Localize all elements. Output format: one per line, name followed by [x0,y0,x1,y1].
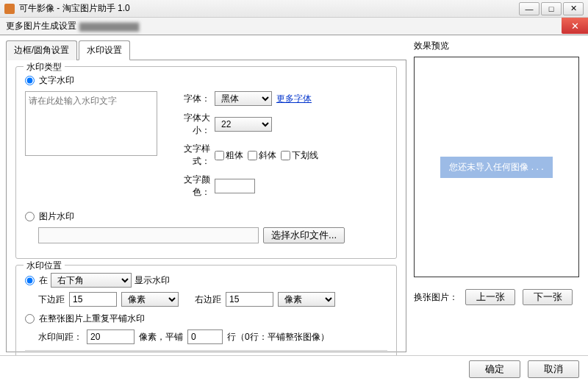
label-text-color: 文字颜色： [168,174,210,199]
button-prev-image[interactable]: 上一张 [465,289,515,305]
checkbox-bold[interactable] [215,151,224,160]
select-font-size[interactable]: 22 [215,117,272,132]
dialog-footer: 确定 取消 [0,355,588,392]
tab-border-radius[interactable]: 边框/圆角设置 [6,40,77,60]
preview-message: 您还未导入任何图像 . . . [440,157,552,178]
tab-watermark[interactable]: 水印设置 [79,40,130,60]
input-bottom-margin[interactable] [69,292,117,307]
label-right-margin: 右边距 [195,293,221,306]
label-tile: 在整张图片上重复平铺水印 [39,313,145,325]
preview-box: 您还未导入任何图像 . . . [414,57,579,277]
titlebar: 可牛影像 - 淘宝图片助手 1.0 — □ ✕ [0,0,588,18]
radio-tile[interactable] [25,314,35,324]
image-path-field[interactable] [38,227,259,243]
tabs: 边框/圆角设置 水印设置 [6,40,406,60]
watermark-text-input[interactable] [25,91,157,156]
app-icon [4,4,15,14]
radio-position-at[interactable] [25,276,35,285]
label-text-style: 文字样式： [168,143,210,168]
label-pixel-tile: 像素，平铺 [139,331,183,343]
select-bottom-unit[interactable]: 像素 [121,292,179,307]
label-font-size: 字体大小： [168,112,210,137]
radio-image-watermark[interactable] [25,212,35,221]
group-watermark-type: 水印类型 文字水印 字体： 黑体 更多字体 字体大小： 22 [15,66,397,259]
group-title-type: 水印类型 [24,61,65,74]
label-bottom-margin: 下边距 [38,293,65,306]
window-title: 可牛影像 - 淘宝图片助手 1.0 [19,2,519,15]
button-cancel[interactable]: 取消 [528,360,579,378]
label-font: 字体： [168,93,210,105]
preview-title: 效果预览 [414,40,582,52]
checkbox-italic[interactable] [248,151,257,160]
dialog-close-button[interactable]: ✕ [562,18,588,34]
label-at: 在 [39,274,48,287]
select-right-unit[interactable]: 像素 [278,292,335,307]
input-right-margin[interactable] [226,292,273,307]
input-rows[interactable] [187,329,223,344]
button-next-image[interactable]: 下一张 [523,289,573,305]
radio-image-label: 图片水印 [39,210,74,223]
radio-text-label: 文字水印 [39,74,74,87]
label-spacing: 水印间距： [38,331,82,343]
button-ok[interactable]: 确定 [469,360,520,378]
label-show: 显示水印 [135,274,170,287]
label-switch-image: 换张图片： [414,291,458,304]
sub-header: 更多图片生成设置 ▇▇▇▇▇▇▇▇▇ ✕ [0,18,588,35]
maximize-button[interactable]: □ [541,2,562,15]
group-title-position: 水印位置 [24,260,65,272]
subheader-label: 更多图片生成设置 [6,20,76,32]
subheader-blur: ▇▇▇▇▇▇▇▇▇ [79,21,139,32]
button-select-file[interactable]: 选择水印文件... [263,227,345,243]
input-spacing[interactable] [87,329,135,344]
label-rows-hint: 行（0行：平铺整张图像） [227,331,329,343]
radio-text-watermark[interactable] [25,76,35,85]
close-button[interactable]: ✕ [563,2,584,15]
link-more-fonts[interactable]: 更多字体 [276,93,312,105]
minimize-button[interactable]: — [519,2,539,15]
checkbox-underline[interactable] [281,151,290,160]
select-font[interactable]: 黑体 [215,91,272,106]
select-position[interactable]: 右下角 [51,273,132,288]
color-picker[interactable] [215,179,255,193]
